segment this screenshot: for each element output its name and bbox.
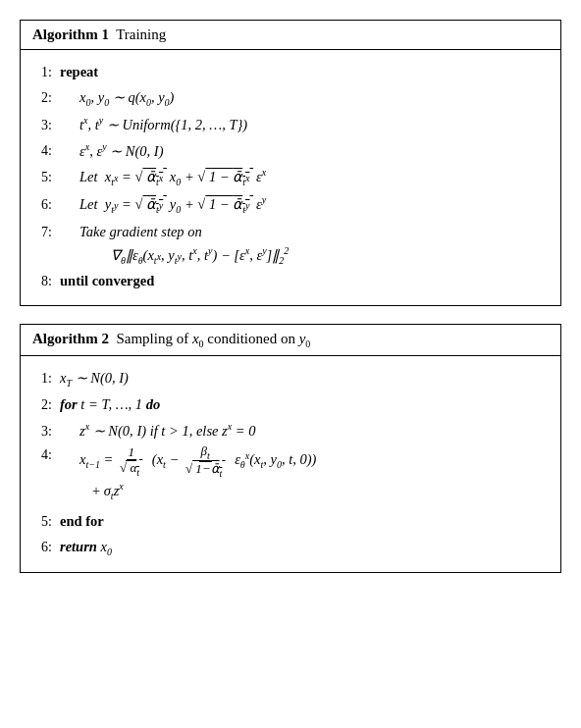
line-content-6: Let yty = √ ᾱty y0 + √ 1 − ᾱty εy xyxy=(60,192,549,217)
algo1-line-8: 8: until converged xyxy=(32,270,549,292)
line-content-3: tx, ty ∼ Uniform({1, 2, …, T}) xyxy=(60,113,549,135)
algo1-line-4: 4: εx, εy ∼ N(0, I) xyxy=(32,139,549,163)
algo2-name: Sampling of x0 conditioned on y0 xyxy=(113,331,311,346)
algorithm-1-body: 1: repeat 2: x0, y0 ∼ q(x0, y0) 3: tx, t… xyxy=(21,50,560,305)
algo2-line-num-2: 2: xyxy=(32,394,60,416)
algo1-line-7: 7: Take gradient step on xyxy=(32,221,549,243)
line-num-5: 5: xyxy=(32,167,60,188)
algorithm-2-body: 1: xT ∼ N(0, I) 2: for t = T, …, 1 do 3:… xyxy=(21,356,560,573)
algo2-line-num-5: 5: xyxy=(32,511,60,533)
algo2-line-num-4: 4: xyxy=(32,444,60,466)
algo2-line-1: 1: xT ∼ N(0, I) xyxy=(32,367,549,390)
page-container: Algorithm 1 Training 1: repeat 2: x0, y0… xyxy=(20,20,561,591)
algo1-line-3: 3: tx, ty ∼ Uniform({1, 2, …, T}) xyxy=(32,113,549,136)
algo2-line-content-6: return x0 xyxy=(60,536,549,559)
algo2-line-4: 4: xt−1 = 1 √ αt (xt − βt √ 1−ᾱt εθx(xt,… xyxy=(32,444,549,504)
algo2-line-2: 2: for t = T, …, 1 do xyxy=(32,393,549,416)
algo2-line-content-4: xt−1 = 1 √ αt (xt − βt √ 1−ᾱt εθx(xt, y0… xyxy=(60,444,549,504)
algo2-line-3: 3: zx ∼ N(0, I) if t > 1, else zx = 0 xyxy=(32,419,549,442)
line-num-1: 1: xyxy=(32,62,60,83)
line-content-7: Take gradient step on xyxy=(60,221,549,242)
algo1-line-2: 2: x0, y0 ∼ q(x0, y0) xyxy=(32,86,549,110)
algorithm-2-header: Algorithm 2 Sampling of x0 conditioned o… xyxy=(21,325,560,356)
algo2-line-5: 5: end for xyxy=(32,510,549,533)
algorithm-2-box: Algorithm 2 Sampling of x0 conditioned o… xyxy=(20,324,561,574)
algo2-line-num-1: 1: xyxy=(32,368,60,390)
algo2-line-num-6: 6: xyxy=(32,537,60,558)
algo2-line-content-2: for t = T, …, 1 do xyxy=(60,393,549,415)
algo2-line-content-3: zx ∼ N(0, I) if t > 1, else zx = 0 xyxy=(60,419,549,442)
line-num-7: 7: xyxy=(32,222,60,243)
gradient-formula: ∇θ‖εθ(xtx, yty, tx, ty) − [εx, εy]‖22 xyxy=(32,245,549,266)
algo2-line-6: 6: return x0 xyxy=(32,536,549,559)
algo2-line-content-1: xT ∼ N(0, I) xyxy=(60,367,549,390)
line-num-4: 4: xyxy=(32,140,60,162)
algo1-line-6: 6: Let yty = √ ᾱty y0 + √ 1 − ᾱty εy xyxy=(32,192,549,217)
line-num-6: 6: xyxy=(32,194,60,216)
algorithm-1-header: Algorithm 1 Training xyxy=(21,21,560,50)
algo1-title: Algorithm 1 xyxy=(32,26,109,42)
line-num-8: 8: xyxy=(32,271,60,292)
algo2-title: Algorithm 2 xyxy=(32,331,109,346)
line-content-2: x0, y0 ∼ q(x0, y0) xyxy=(60,86,549,110)
line-num-3: 3: xyxy=(32,115,60,136)
algo2-line-num-3: 3: xyxy=(32,421,60,442)
algo1-line-5: 5: Let xtx = √ ᾱtx x0 + √ 1 − ᾱtx εx xyxy=(32,165,549,189)
algo1-line-1: 1: repeat xyxy=(32,61,549,83)
line-num-2: 2: xyxy=(32,87,60,109)
line-content-1: repeat xyxy=(60,61,549,82)
algo2-line-content-5: end for xyxy=(60,510,549,532)
algo1-name: Training xyxy=(113,26,167,42)
algorithm-1-box: Algorithm 1 Training 1: repeat 2: x0, y0… xyxy=(20,20,561,306)
line-content-8: until converged xyxy=(60,270,549,291)
line-content-4: εx, εy ∼ N(0, I) xyxy=(60,139,549,162)
line-content-5: Let xtx = √ ᾱtx x0 + √ 1 − ᾱtx εx xyxy=(60,165,549,189)
